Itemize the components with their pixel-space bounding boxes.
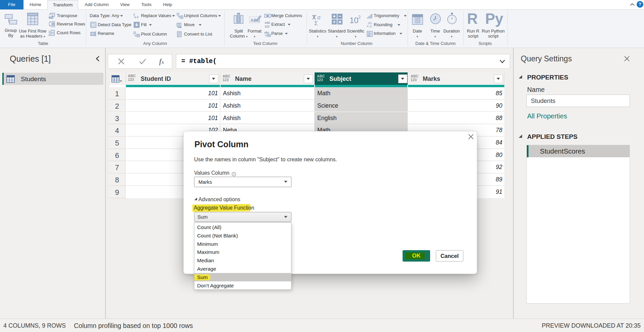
- svg-text:σ: σ: [317, 15, 321, 20]
- svg-text:ABC: ABC: [265, 21, 270, 24]
- svg-text:?: ?: [92, 24, 93, 26]
- svg-text:Σ: Σ: [314, 20, 318, 25]
- svg-text:abc: abc: [264, 31, 269, 34]
- svg-text:10: 10: [350, 16, 359, 25]
- svg-text:.0: .0: [369, 25, 372, 28]
- svg-text:2: 2: [358, 14, 361, 19]
- svg-text:.00: .00: [367, 21, 372, 25]
- svg-text:1−: 1−: [368, 32, 370, 34]
- svg-text:2: 2: [137, 15, 138, 19]
- svg-text:3+: 3+: [368, 34, 370, 37]
- svg-text:2: 2: [48, 33, 50, 36]
- svg-text:1: 1: [133, 13, 135, 16]
- svg-text:X: X: [312, 15, 316, 20]
- svg-text:123: 123: [265, 25, 269, 28]
